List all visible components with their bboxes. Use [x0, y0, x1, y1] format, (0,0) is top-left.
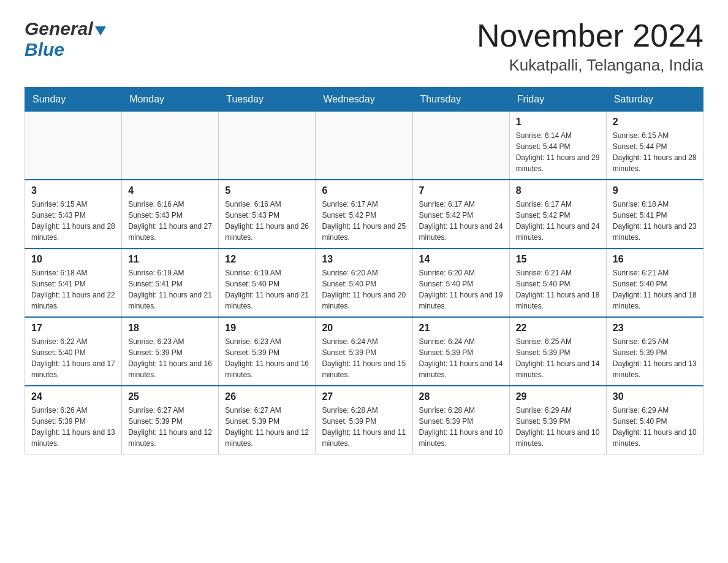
calendar-cell: 7Sunrise: 6:17 AM Sunset: 5:42 PM Daylig…: [412, 180, 509, 248]
day-number: 29: [516, 391, 600, 402]
calendar-week-row: 17Sunrise: 6:22 AM Sunset: 5:40 PM Dayli…: [25, 317, 703, 386]
day-number: 2: [613, 117, 697, 128]
day-info: Sunrise: 6:24 AM Sunset: 5:39 PM Dayligh…: [322, 336, 406, 380]
calendar-cell: 8Sunrise: 6:17 AM Sunset: 5:42 PM Daylig…: [509, 180, 606, 248]
day-number: 8: [516, 185, 600, 196]
day-info: Sunrise: 6:17 AM Sunset: 5:42 PM Dayligh…: [322, 199, 406, 243]
day-number: 5: [225, 185, 309, 196]
day-info: Sunrise: 6:21 AM Sunset: 5:40 PM Dayligh…: [613, 267, 697, 312]
calendar-cell: 19Sunrise: 6:23 AM Sunset: 5:39 PM Dayli…: [219, 317, 316, 386]
calendar-cell: [412, 112, 509, 180]
calendar-cell: 1Sunrise: 6:14 AM Sunset: 5:44 PM Daylig…: [509, 112, 606, 180]
day-info: Sunrise: 6:24 AM Sunset: 5:39 PM Dayligh…: [419, 336, 503, 380]
day-number: 13: [322, 254, 406, 265]
title-block: November 2024 Kukatpalli, Telangana, Ind…: [477, 18, 703, 75]
day-number: 26: [225, 391, 309, 402]
calendar-header-row: SundayMondayTuesdayWednesdayThursdayFrid…: [25, 88, 703, 112]
day-number: 1: [516, 117, 600, 128]
calendar-cell: 25Sunrise: 6:27 AM Sunset: 5:39 PM Dayli…: [122, 386, 219, 454]
day-info: Sunrise: 6:16 AM Sunset: 5:43 PM Dayligh…: [225, 199, 309, 243]
day-number: 15: [516, 254, 600, 265]
day-info: Sunrise: 6:29 AM Sunset: 5:39 PM Dayligh…: [516, 405, 600, 449]
day-number: 4: [128, 185, 212, 196]
calendar-cell: 22Sunrise: 6:25 AM Sunset: 5:39 PM Dayli…: [509, 317, 606, 386]
month-title: November 2024: [477, 18, 703, 53]
calendar-week-row: 10Sunrise: 6:18 AM Sunset: 5:41 PM Dayli…: [25, 248, 703, 317]
day-info: Sunrise: 6:20 AM Sunset: 5:40 PM Dayligh…: [322, 267, 406, 312]
day-number: 6: [322, 185, 406, 196]
day-info: Sunrise: 6:25 AM Sunset: 5:39 PM Dayligh…: [516, 336, 600, 380]
day-number: 30: [613, 391, 697, 402]
day-info: Sunrise: 6:15 AM Sunset: 5:44 PM Dayligh…: [613, 130, 697, 174]
calendar-cell: 23Sunrise: 6:25 AM Sunset: 5:39 PM Dayli…: [606, 317, 703, 386]
calendar-cell: 3Sunrise: 6:15 AM Sunset: 5:43 PM Daylig…: [25, 180, 122, 248]
calendar-cell: 10Sunrise: 6:18 AM Sunset: 5:41 PM Dayli…: [25, 248, 122, 317]
day-info: Sunrise: 6:16 AM Sunset: 5:43 PM Dayligh…: [128, 199, 212, 243]
calendar-cell: 27Sunrise: 6:28 AM Sunset: 5:39 PM Dayli…: [316, 386, 412, 454]
day-number: 28: [419, 391, 503, 402]
calendar-header-thursday: Thursday: [412, 88, 509, 112]
calendar-cell: 20Sunrise: 6:24 AM Sunset: 5:39 PM Dayli…: [316, 317, 412, 386]
day-number: 14: [419, 254, 503, 265]
day-number: 21: [419, 323, 503, 334]
calendar-cell: 2Sunrise: 6:15 AM Sunset: 5:44 PM Daylig…: [606, 112, 703, 180]
calendar-cell: 28Sunrise: 6:28 AM Sunset: 5:39 PM Dayli…: [412, 386, 509, 454]
day-number: 11: [128, 254, 212, 265]
calendar-table: SundayMondayTuesdayWednesdayThursdayFrid…: [25, 87, 703, 454]
calendar-cell: [25, 112, 122, 180]
day-number: 22: [516, 323, 600, 334]
calendar-cell: 21Sunrise: 6:24 AM Sunset: 5:39 PM Dayli…: [412, 317, 509, 386]
day-info: Sunrise: 6:26 AM Sunset: 5:39 PM Dayligh…: [31, 405, 115, 449]
calendar-header-tuesday: Tuesday: [219, 88, 316, 112]
calendar-cell: 29Sunrise: 6:29 AM Sunset: 5:39 PM Dayli…: [509, 386, 606, 454]
calendar-cell: [316, 112, 412, 180]
day-number: 20: [322, 323, 406, 334]
location-title: Kukatpalli, Telangana, India: [477, 56, 703, 75]
day-info: Sunrise: 6:23 AM Sunset: 5:39 PM Dayligh…: [225, 336, 309, 380]
day-info: Sunrise: 6:25 AM Sunset: 5:39 PM Dayligh…: [613, 336, 697, 380]
calendar-cell: 13Sunrise: 6:20 AM Sunset: 5:40 PM Dayli…: [316, 248, 412, 317]
day-number: 16: [613, 254, 697, 265]
calendar-cell: 5Sunrise: 6:16 AM Sunset: 5:43 PM Daylig…: [219, 180, 316, 248]
day-info: Sunrise: 6:19 AM Sunset: 5:41 PM Dayligh…: [128, 267, 212, 312]
day-info: Sunrise: 6:28 AM Sunset: 5:39 PM Dayligh…: [419, 405, 503, 449]
calendar-header-wednesday: Wednesday: [316, 88, 412, 112]
day-info: Sunrise: 6:28 AM Sunset: 5:39 PM Dayligh…: [322, 405, 406, 449]
calendar-header-sunday: Sunday: [25, 88, 122, 112]
page-header: General Blue November 2024 Kukatpalli, T…: [25, 18, 703, 75]
day-info: Sunrise: 6:17 AM Sunset: 5:42 PM Dayligh…: [516, 199, 600, 243]
calendar-cell: 30Sunrise: 6:29 AM Sunset: 5:40 PM Dayli…: [606, 386, 703, 454]
calendar-cell: 16Sunrise: 6:21 AM Sunset: 5:40 PM Dayli…: [606, 248, 703, 317]
calendar-cell: [122, 112, 219, 180]
calendar-cell: 17Sunrise: 6:22 AM Sunset: 5:40 PM Dayli…: [25, 317, 122, 386]
calendar-header-monday: Monday: [122, 88, 219, 112]
calendar-cell: 9Sunrise: 6:18 AM Sunset: 5:41 PM Daylig…: [606, 180, 703, 248]
calendar-week-row: 24Sunrise: 6:26 AM Sunset: 5:39 PM Dayli…: [25, 386, 703, 454]
calendar-cell: 6Sunrise: 6:17 AM Sunset: 5:42 PM Daylig…: [316, 180, 412, 248]
day-number: 18: [128, 323, 212, 334]
calendar-cell: 24Sunrise: 6:26 AM Sunset: 5:39 PM Dayli…: [25, 386, 122, 454]
calendar-header-friday: Friday: [509, 88, 606, 112]
calendar-cell: 4Sunrise: 6:16 AM Sunset: 5:43 PM Daylig…: [122, 180, 219, 248]
logo-general: General: [25, 18, 93, 39]
day-number: 27: [322, 391, 406, 402]
calendar-cell: [219, 112, 316, 180]
calendar-cell: 12Sunrise: 6:19 AM Sunset: 5:40 PM Dayli…: [219, 248, 316, 317]
logo-blue: Blue: [25, 39, 64, 59]
day-number: 10: [31, 254, 115, 265]
day-info: Sunrise: 6:17 AM Sunset: 5:42 PM Dayligh…: [419, 199, 503, 243]
day-info: Sunrise: 6:21 AM Sunset: 5:40 PM Dayligh…: [516, 267, 600, 312]
calendar-cell: 18Sunrise: 6:23 AM Sunset: 5:39 PM Dayli…: [122, 317, 219, 386]
calendar-cell: 11Sunrise: 6:19 AM Sunset: 5:41 PM Dayli…: [122, 248, 219, 317]
day-number: 19: [225, 323, 309, 334]
calendar-cell: 14Sunrise: 6:20 AM Sunset: 5:40 PM Dayli…: [412, 248, 509, 317]
day-info: Sunrise: 6:27 AM Sunset: 5:39 PM Dayligh…: [128, 405, 212, 449]
day-number: 25: [128, 391, 212, 402]
day-info: Sunrise: 6:18 AM Sunset: 5:41 PM Dayligh…: [31, 267, 115, 312]
day-info: Sunrise: 6:22 AM Sunset: 5:40 PM Dayligh…: [31, 336, 115, 380]
day-number: 12: [225, 254, 309, 265]
day-info: Sunrise: 6:27 AM Sunset: 5:39 PM Dayligh…: [225, 405, 309, 449]
calendar-cell: 15Sunrise: 6:21 AM Sunset: 5:40 PM Dayli…: [509, 248, 606, 317]
day-number: 24: [31, 391, 115, 402]
calendar-header-saturday: Saturday: [606, 88, 703, 112]
